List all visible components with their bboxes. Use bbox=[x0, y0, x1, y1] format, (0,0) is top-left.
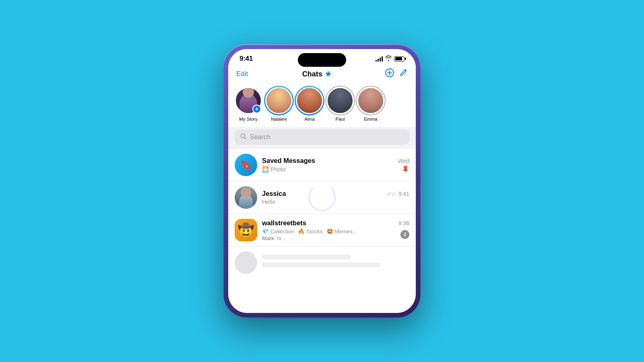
wsb-tag-memes: 🤩 Memes... bbox=[326, 228, 357, 234]
battery-icon bbox=[394, 56, 405, 62]
mark-name: Mark: bbox=[262, 235, 277, 241]
header-title: Chats ★ bbox=[302, 70, 331, 78]
phone-screen: 9:41 bbox=[228, 49, 416, 313]
story-item-emma[interactable]: Emma bbox=[357, 87, 384, 121]
emma-label: Emma bbox=[364, 117, 377, 121]
chats-title: Chats bbox=[302, 70, 322, 78]
partial-lines bbox=[262, 255, 409, 271]
signal-icon bbox=[376, 56, 383, 62]
chat-item-saved[interactable]: 🔖 Saved Messages Wed 🌅 Photo 📌 bbox=[228, 149, 416, 181]
chat-list: 🔖 Saved Messages Wed 🌅 Photo 📌 bbox=[228, 149, 416, 279]
jessica-content: Jessica ✓✓ 9:41 Hello bbox=[262, 190, 409, 205]
wsb-time: 9:36 bbox=[398, 220, 409, 226]
paul-label: Paul bbox=[335, 117, 345, 121]
compose-button[interactable] bbox=[399, 68, 408, 80]
paul-avatar bbox=[326, 87, 354, 114]
add-chat-button[interactable] bbox=[385, 68, 394, 80]
saved-messages-avatar: 🔖 bbox=[235, 154, 257, 176]
search-placeholder: Search bbox=[250, 134, 270, 141]
alina-avatar bbox=[296, 87, 323, 114]
story-item-natalee[interactable]: Natalee bbox=[265, 87, 293, 121]
pin-icon: 📌 bbox=[400, 164, 411, 175]
wsb-tag-collection: 💎 Collection bbox=[262, 228, 294, 234]
wsb-mark-preview: Mark: hi › bbox=[262, 235, 285, 241]
double-check-icon: ✓✓ bbox=[387, 191, 396, 197]
phone-wrapper: 9:41 bbox=[223, 44, 421, 318]
natalee-label: Natalee bbox=[271, 117, 287, 121]
background: 9:41 bbox=[0, 0, 644, 362]
wifi-icon bbox=[385, 56, 392, 62]
stories-container: + My Story Natalee bbox=[228, 84, 416, 127]
wsb-content: wallstreetbets 9:36 💎 Collection · 🔥 Sto… bbox=[262, 219, 409, 241]
star-icon: ★ bbox=[325, 70, 331, 78]
status-time: 9:41 bbox=[239, 55, 253, 63]
story-item-my-story[interactable]: + My Story bbox=[235, 87, 262, 121]
my-story-avatar-wrapper: + bbox=[235, 87, 262, 114]
chat-item-jessica[interactable]: Jessica ✓✓ 9:41 Hello bbox=[228, 181, 416, 214]
status-bar: 9:41 bbox=[228, 49, 416, 65]
paul-avatar-wrapper bbox=[326, 87, 354, 114]
edit-button[interactable]: Edit bbox=[236, 70, 248, 78]
wsb-tags: 💎 Collection · 🔥 Stocks · 🤩 Memes... bbox=[262, 228, 357, 234]
jessica-preview: Hello bbox=[262, 199, 409, 205]
chat-item-wsb[interactable]: 🤠 wallstreetbets 9:36 💎 Collection · bbox=[228, 214, 416, 247]
header: Edit Chats ★ bbox=[228, 65, 416, 84]
wsb-tag-stocks: 🔥 Stocks bbox=[298, 228, 322, 234]
wsb-avatar: 🤠 bbox=[235, 219, 257, 241]
saved-messages-preview: 🌅 Photo bbox=[262, 166, 401, 173]
mark-message: hi bbox=[277, 235, 282, 241]
natalee-avatar-wrapper bbox=[265, 87, 293, 114]
bookmark-icon: 🔖 bbox=[239, 159, 252, 171]
emma-avatar-wrapper bbox=[357, 87, 384, 114]
story-item-paul[interactable]: Paul bbox=[326, 87, 354, 121]
partial-avatar bbox=[235, 251, 257, 274]
jessica-time: 9:41 bbox=[398, 191, 409, 197]
my-story-label: My Story bbox=[239, 117, 257, 121]
wsb-name: wallstreetbets bbox=[262, 219, 306, 227]
chat-item-partial bbox=[228, 247, 416, 279]
natalee-avatar bbox=[265, 87, 293, 114]
add-story-badge: + bbox=[252, 105, 261, 113]
alina-avatar-wrapper bbox=[296, 87, 323, 114]
emma-avatar bbox=[357, 87, 384, 114]
dynamic-island bbox=[298, 53, 346, 67]
saved-messages-name: Saved Messages bbox=[262, 157, 315, 165]
search-bar[interactable]: Search bbox=[235, 130, 409, 145]
search-container: Search bbox=[228, 127, 416, 149]
saved-messages-content: Saved Messages Wed 🌅 Photo 📌 bbox=[262, 157, 409, 173]
wsb-emoji-icon: 🤠 bbox=[238, 222, 254, 238]
chevron-right-icon: › bbox=[284, 237, 285, 241]
wsb-badge: 2 bbox=[400, 230, 409, 239]
wsb-preview: 💎 Collection · 🔥 Stocks · 🤩 Memes... Mar… bbox=[262, 228, 400, 241]
saved-messages-time: Wed bbox=[398, 158, 409, 164]
status-icons bbox=[376, 56, 405, 62]
jessica-avatar bbox=[235, 186, 257, 209]
story-item-alina[interactable]: Alina bbox=[296, 87, 323, 121]
jessica-name: Jessica bbox=[262, 190, 286, 197]
header-actions bbox=[385, 68, 408, 80]
search-icon bbox=[240, 133, 247, 141]
alina-label: Alina bbox=[304, 117, 315, 121]
photo-emoji-icon: 🌅 bbox=[262, 166, 269, 173]
